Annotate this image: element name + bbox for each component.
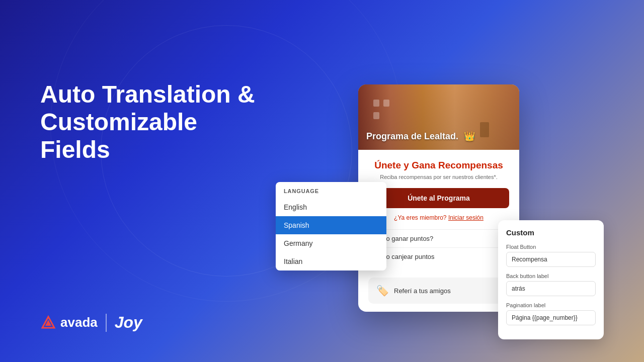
main-title: Auto Translation & Customizable Fields [40,80,272,164]
logo-divider [106,314,107,332]
language-item-spanish[interactable]: Spanish [276,216,386,234]
referral-section[interactable]: 🏷️ Referí a tus amigos [368,278,509,304]
building-detail [373,112,379,119]
title-line-1: Auto Translation & [40,81,255,108]
float-button-input[interactable] [506,252,596,267]
avada-logo: avada [40,315,98,331]
avada-text: avada [60,315,98,330]
card-subtitle: Reciba recompensas por ser nuestros clie… [368,174,509,180]
card-hero-text: Programa de Lealtad. 👑 [366,131,475,142]
crown-icon: 👑 [464,131,475,142]
back-button-label: Back button label [506,273,596,279]
avada-icon [40,315,56,331]
float-button-label: Float Button [506,244,596,250]
pagination-label: Pagination label [506,302,596,308]
joy-text: Joy [115,313,142,332]
custom-panel-title: Custom [506,228,596,237]
language-item-italian[interactable]: Italian [276,252,386,270]
back-button-field-group: Back button label [506,273,596,296]
menu-item-1[interactable]: ¿Cómo ganar puntos? [368,229,509,247]
back-button-input[interactable] [506,281,596,296]
signin-link[interactable]: Iniciar sesión [448,214,484,221]
language-header: LANGUAGE [276,182,386,198]
referral-icon: 🏷️ [376,285,389,297]
custom-panel: Custom Float Button Back button label Pa… [498,220,604,339]
left-section: Auto Translation & Customizable Fields [40,80,272,184]
pagination-input[interactable] [506,310,596,325]
building-detail [480,122,489,137]
signin-text: ¿Ya eres miembro? Iniciar sesión [368,214,509,221]
language-item-germany[interactable]: Germany [276,234,386,252]
title-line-2: Customizable Fields [40,109,197,163]
logo-area: avada Joy [40,313,142,332]
card-hero: Programa de Lealtad. 👑 [358,84,519,150]
float-button-field-group: Float Button [506,244,596,267]
language-item-english[interactable]: English [276,198,386,216]
cta-button[interactable]: Únete al Programa [368,188,509,208]
pagination-field-group: Pagination label [506,302,596,325]
building-detail [383,100,389,107]
menu-item-2[interactable]: ¿Cómo canjear puntos [368,247,509,265]
card-title: Únete y Gana Recompensas [368,160,509,171]
language-dropdown[interactable]: LANGUAGE English Spanish Germany Italian [276,182,386,270]
referral-text: Referí a tus amigos [394,287,451,295]
building-detail [373,100,379,107]
